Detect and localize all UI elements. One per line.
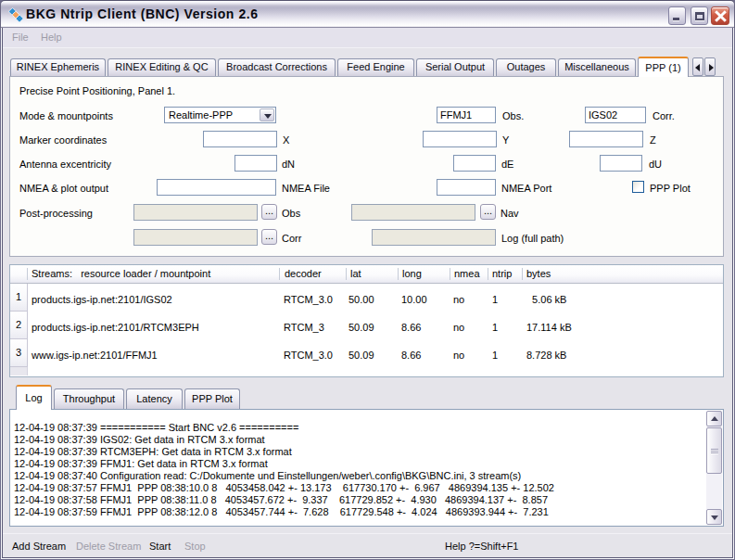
title-bar[interactable]: BKG Ntrip Client (BNC) Version 2.6 bbox=[0, 0, 735, 28]
ppp-panel: Precise Point Positioning, Panel 1. Mode… bbox=[9, 76, 724, 257]
scroll-up-button[interactable] bbox=[706, 411, 722, 426]
menu-bar: File Help bbox=[3, 28, 732, 48]
column-header-lat[interactable]: lat bbox=[350, 268, 361, 279]
obs-mountpoint-input[interactable] bbox=[437, 107, 496, 123]
ppp-plot-checkbox[interactable] bbox=[632, 181, 644, 193]
corr-label: Corr. bbox=[653, 110, 675, 121]
tab-serial-output[interactable]: Serial Output bbox=[416, 58, 494, 76]
column-separator bbox=[27, 268, 28, 280]
row-number[interactable]: 2 bbox=[10, 312, 28, 339]
maximize-button[interactable] bbox=[691, 6, 708, 25]
cell-mountpoint: products.igs-ip.net:2101/RTCM3EPH bbox=[32, 322, 199, 333]
log-tab-log[interactable]: Log bbox=[16, 385, 52, 410]
client-area: File Help RINEX EphemerisRINEX Editing &… bbox=[3, 28, 732, 557]
add-stream-button[interactable]: Add Stream bbox=[12, 541, 66, 552]
tab-broadcast-corrections[interactable]: Broadcast Corrections bbox=[218, 58, 336, 76]
de-label: dE bbox=[501, 159, 513, 170]
browse-obs-button[interactable]: ... bbox=[261, 204, 277, 220]
column-header-nmea[interactable]: nmea bbox=[454, 268, 480, 279]
post-log-file-input bbox=[372, 229, 496, 246]
log-tab-throughput[interactable]: Throughput bbox=[54, 388, 124, 409]
marker-y-input[interactable] bbox=[423, 131, 497, 147]
tab-miscellaneous[interactable]: Miscellaneous bbox=[558, 58, 636, 76]
nmea-plot-output-label: NMEA & plot output bbox=[19, 183, 108, 194]
log-view[interactable]: 12-04-19 08:37:39 =========== Start BNC … bbox=[9, 409, 724, 527]
post-corr-file-input bbox=[133, 229, 258, 246]
tab-scroll-left-button[interactable] bbox=[692, 57, 703, 76]
column-header-bytes[interactable]: bytes bbox=[526, 268, 551, 279]
tab-outages[interactable]: Outages bbox=[496, 58, 556, 76]
delete-stream-button[interactable]: Delete Stream bbox=[76, 541, 141, 552]
mode-combobox[interactable]: Realtime-PPP bbox=[164, 107, 276, 123]
tab-ppp-1[interactable]: PPP (1) bbox=[638, 57, 689, 77]
marker-x-input[interactable] bbox=[203, 131, 277, 147]
app-icon bbox=[8, 7, 23, 22]
table-row[interactable]: products.igs-ip.net:2101/RTCM3EPHRTCM_35… bbox=[28, 312, 723, 339]
arrow-down-icon bbox=[711, 515, 718, 520]
log-tab-bar: LogThroughputLatencyPPP Plot bbox=[9, 384, 724, 409]
cell-mountpoint: products.igs-ip.net:2101/IGS02 bbox=[32, 294, 172, 305]
dn-label: dN bbox=[282, 159, 295, 170]
close-button[interactable] bbox=[711, 6, 729, 25]
ppp-plot-label: PPP Plot bbox=[650, 183, 691, 194]
tab-rinex-ephemeris[interactable]: RINEX Ephemeris bbox=[10, 58, 106, 76]
column-header-decoder[interactable]: decoder bbox=[285, 268, 322, 279]
scroll-down-button[interactable] bbox=[706, 509, 722, 525]
cell-bytes: 5.06 kB bbox=[526, 294, 566, 305]
browse-nav-button[interactable]: ... bbox=[480, 204, 496, 220]
column-header-long[interactable]: long bbox=[402, 268, 422, 279]
menu-file[interactable]: File bbox=[12, 32, 29, 43]
corr-mountpoint-input[interactable] bbox=[585, 107, 646, 123]
panel-title: Precise Point Positioning, Panel 1. bbox=[19, 85, 175, 96]
row-number[interactable]: 3 bbox=[10, 339, 28, 367]
antenna-du-input[interactable] bbox=[600, 155, 642, 172]
log-tab-ppp-plot[interactable]: PPP Plot bbox=[184, 388, 240, 409]
menu-help[interactable]: Help bbox=[41, 32, 62, 43]
column-separator bbox=[346, 268, 347, 280]
column-separator bbox=[279, 268, 280, 280]
minimize-button[interactable] bbox=[668, 6, 686, 25]
z-label: Z bbox=[650, 134, 656, 146]
table-row[interactable]: products.igs-ip.net:2101/IGS02RTCM_3.050… bbox=[28, 284, 723, 312]
combobox-dropdown-button[interactable] bbox=[260, 108, 274, 121]
cell-ntrip: 1 bbox=[492, 350, 498, 361]
start-button[interactable]: Start bbox=[149, 541, 171, 552]
scrollbar-thumb[interactable] bbox=[706, 427, 722, 474]
log-text: 12-04-19 08:37:39 =========== Start BNC … bbox=[14, 422, 554, 518]
column-header-ntrip[interactable]: ntrip bbox=[492, 268, 512, 279]
close-icon bbox=[715, 10, 726, 21]
cell-lat: 50.09 bbox=[348, 350, 374, 361]
cell-nmea: no bbox=[453, 350, 464, 361]
cell-decoder: RTCM_3.0 bbox=[284, 294, 333, 305]
streams-table-header[interactable]: Streams: resource loader / mountpointdec… bbox=[10, 265, 723, 284]
stop-button[interactable]: Stop bbox=[184, 541, 206, 552]
tab-scroll-right-button[interactable] bbox=[704, 57, 716, 76]
log-scrollbar[interactable] bbox=[706, 411, 722, 525]
streams-table-row-numbers: 123 bbox=[10, 284, 28, 375]
cell-lat: 50.00 bbox=[348, 294, 374, 305]
app-window: BKG Ntrip Client (BNC) Version 2.6 File … bbox=[0, 0, 735, 560]
help-button[interactable]: Help ?=Shift+F1 bbox=[445, 541, 519, 552]
tab-feed-engine[interactable]: Feed Engine bbox=[337, 58, 414, 76]
streams-table: Streams: resource loader / mountpointdec… bbox=[9, 264, 724, 377]
marker-z-input[interactable] bbox=[569, 131, 643, 147]
nmea-port-input[interactable] bbox=[437, 179, 496, 196]
cell-ntrip: 1 bbox=[492, 322, 498, 333]
antenna-dn-input[interactable] bbox=[234, 155, 277, 172]
browse-corr-button[interactable]: ... bbox=[261, 229, 277, 245]
column-separator bbox=[450, 268, 450, 280]
log-tab-latency[interactable]: Latency bbox=[126, 388, 183, 409]
cell-nmea: no bbox=[453, 322, 464, 333]
maximize-icon bbox=[695, 12, 704, 20]
tab-rinex-editing-qc[interactable]: RINEX Editing & QC bbox=[108, 58, 216, 76]
column-header-mountpoint[interactable]: Streams: resource loader / mountpoint bbox=[32, 268, 210, 279]
nmea-file-input[interactable] bbox=[157, 179, 276, 196]
mode-combobox-value: Realtime-PPP bbox=[169, 109, 233, 121]
row-number[interactable]: 1 bbox=[10, 284, 28, 312]
table-row[interactable]: www.igs-ip.net:2101/FFMJ1RTCM_3.050.098.… bbox=[28, 339, 723, 367]
bottom-bar: Add Stream Delete Stream Start Stop Help… bbox=[3, 533, 732, 557]
antenna-excentricity-label: Antenna excentricity bbox=[19, 159, 111, 170]
antenna-de-input[interactable] bbox=[453, 155, 496, 172]
du-label: dU bbox=[649, 159, 662, 170]
nmea-port-label: NMEA Port bbox=[501, 183, 551, 194]
